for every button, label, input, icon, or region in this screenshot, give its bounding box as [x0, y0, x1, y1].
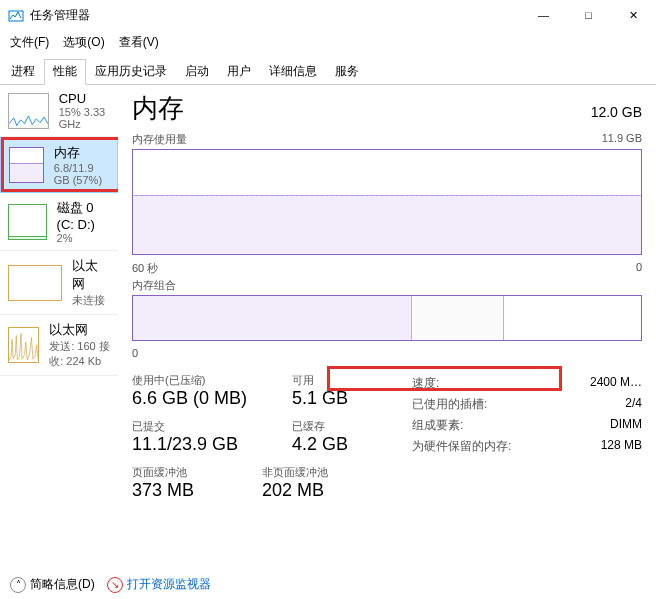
- sidebar-eth1-title: 以太网: [49, 321, 110, 339]
- spec-speed-value: 2400 M…: [590, 375, 642, 392]
- spec-form-label: 组成要素:: [412, 417, 463, 434]
- fewer-details-link[interactable]: ˄ 简略信息(D): [10, 576, 95, 593]
- stat-nonpaged-label: 非页面缓冲池: [262, 465, 382, 480]
- sidebar-disk-title: 磁盘 0 (C: D:): [57, 199, 110, 232]
- menu-file[interactable]: 文件(F): [4, 32, 55, 53]
- sidebar-item-cpu[interactable]: CPU 15% 3.33 GHz: [0, 85, 118, 137]
- disk-thumbnail: [8, 204, 47, 240]
- close-button[interactable]: ✕: [611, 0, 656, 30]
- stat-cached-label: 已缓存: [292, 419, 412, 434]
- axis-60s: 60 秒: [132, 261, 158, 276]
- spec-slots-label: 已使用的插槽:: [412, 396, 487, 413]
- stat-inuse-label: 使用中(已压缩): [132, 373, 252, 388]
- sidebar-memory-title: 内存: [54, 144, 109, 162]
- app-icon: [8, 7, 24, 23]
- spec-form-value: DIMM: [610, 417, 642, 434]
- open-resmon-label: 打开资源监视器: [127, 576, 211, 593]
- resmon-icon: ↘: [107, 577, 123, 593]
- comp-axis-0: 0: [132, 347, 138, 359]
- chevron-up-icon: ˄: [10, 577, 26, 593]
- usage-chart-label: 内存使用量: [132, 132, 187, 147]
- tab-performance[interactable]: 性能: [44, 59, 86, 85]
- menu-view[interactable]: 查看(V): [113, 32, 165, 53]
- content-area: CPU 15% 3.33 GHz 内存 6.8/11.9 GB (57%) 磁盘…: [0, 85, 656, 584]
- sidebar-item-memory[interactable]: 内存 6.8/11.9 GB (57%): [0, 137, 118, 193]
- spec-slots-value: 2/4: [625, 396, 642, 413]
- minimize-button[interactable]: —: [521, 0, 566, 30]
- tab-processes[interactable]: 进程: [2, 59, 44, 84]
- stat-nonpaged-value: 202 MB: [262, 480, 382, 501]
- stat-committed-label: 已提交: [132, 419, 252, 434]
- footer: ˄ 简略信息(D) ↘ 打开资源监视器: [0, 570, 656, 599]
- sidebar-disk-sub: 2%: [57, 232, 110, 244]
- open-resmon-link[interactable]: ↘ 打开资源监视器: [107, 576, 211, 593]
- sidebar-eth1-sub: 发送: 160 接收: 224 Kb: [49, 339, 110, 369]
- page-title: 内存: [132, 91, 184, 126]
- spec-reserved-label: 为硬件保留的内存:: [412, 438, 511, 455]
- tab-startup[interactable]: 启动: [176, 59, 218, 84]
- sidebar: CPU 15% 3.33 GHz 内存 6.8/11.9 GB (57%) 磁盘…: [0, 85, 118, 584]
- sidebar-eth0-title: 以太网: [72, 257, 110, 293]
- stat-inuse-value: 6.6 GB (0 MB): [132, 388, 252, 409]
- main-panel: 内存 12.0 GB 内存使用量 11.9 GB 60 秒 0 内存组合 0: [118, 85, 656, 584]
- memory-total: 12.0 GB: [591, 104, 642, 120]
- stat-avail-value: 5.1 GB: [292, 388, 412, 409]
- tab-bar: 进程 性能 应用历史记录 启动 用户 详细信息 服务: [0, 55, 656, 85]
- sidebar-item-ethernet0[interactable]: 以太网 未连接: [0, 251, 118, 315]
- titlebar: 任务管理器 — □ ✕: [0, 0, 656, 30]
- axis-0: 0: [636, 261, 642, 276]
- menu-options[interactable]: 选项(O): [57, 32, 110, 53]
- stat-committed-value: 11.1/23.9 GB: [132, 434, 252, 455]
- ethernet1-thumbnail: [8, 327, 39, 363]
- window-title: 任务管理器: [30, 7, 521, 24]
- sidebar-item-ethernet1[interactable]: 以太网 发送: 160 接收: 224 Kb: [0, 315, 118, 376]
- sidebar-cpu-title: CPU: [59, 91, 110, 106]
- sidebar-item-disk[interactable]: 磁盘 0 (C: D:) 2%: [0, 193, 118, 251]
- tab-users[interactable]: 用户: [218, 59, 260, 84]
- memory-composition-chart[interactable]: [132, 295, 642, 341]
- composition-label: 内存组合: [132, 278, 176, 293]
- sidebar-eth0-sub: 未连接: [72, 293, 110, 308]
- stat-paged-value: 373 MB: [132, 480, 222, 501]
- stat-paged-label: 页面缓冲池: [132, 465, 222, 480]
- memory-thumbnail: [9, 147, 44, 183]
- window-controls: — □ ✕: [521, 0, 656, 30]
- spec-reserved-value: 128 MB: [601, 438, 642, 455]
- specs-panel: 速度: 2400 M… 已使用的插槽: 2/4 组成要素: DIMM 为硬件保留…: [412, 373, 642, 511]
- stat-avail-label: 可用: [292, 373, 412, 388]
- cpu-thumbnail: [8, 93, 49, 129]
- tab-services[interactable]: 服务: [326, 59, 368, 84]
- tab-history[interactable]: 应用历史记录: [86, 59, 176, 84]
- sidebar-memory-sub: 6.8/11.9 GB (57%): [54, 162, 109, 186]
- ethernet0-thumbnail: [8, 265, 62, 301]
- details-grid: 使用中(已压缩) 6.6 GB (0 MB) 可用 5.1 GB 已提交 11.…: [132, 373, 642, 511]
- spec-speed-label: 速度:: [412, 375, 439, 392]
- memory-usage-chart[interactable]: [132, 149, 642, 255]
- usage-chart-max: 11.9 GB: [602, 132, 642, 147]
- fewer-details-label: 简略信息(D): [30, 576, 95, 593]
- menubar: 文件(F) 选项(O) 查看(V): [0, 30, 656, 55]
- sidebar-cpu-sub: 15% 3.33 GHz: [59, 106, 110, 130]
- stat-cached-value: 4.2 GB: [292, 434, 412, 455]
- maximize-button[interactable]: □: [566, 0, 611, 30]
- tab-details[interactable]: 详细信息: [260, 59, 326, 84]
